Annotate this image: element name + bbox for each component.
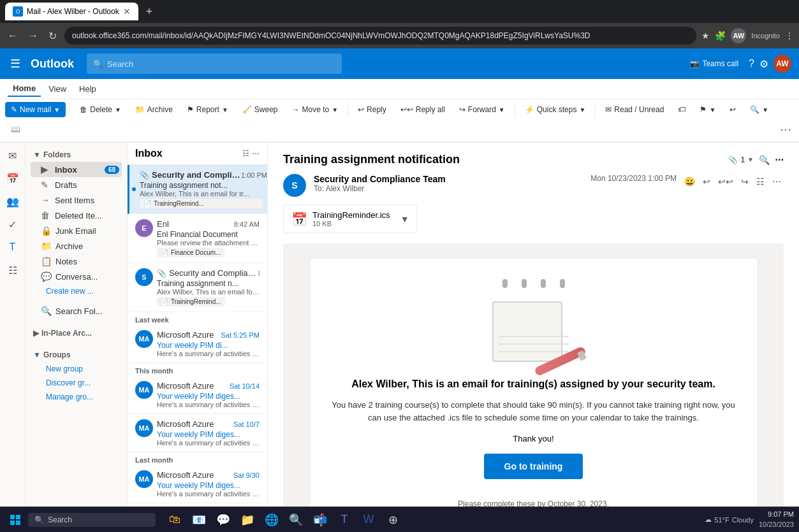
folders-section-header[interactable]: ▼ Folders [31,148,122,162]
forward-button[interactable]: → [26,27,41,44]
new-group-link[interactable]: New group [31,362,122,376]
sidebar-archive[interactable]: 📁 Archive [31,238,122,254]
message-more-icon[interactable]: ⋯ [775,155,784,165]
taskbar-word-icon[interactable]: W [357,508,380,531]
sidebar-junk[interactable]: 🔒 Junk Email [31,223,122,238]
profile-button[interactable]: AW [731,28,746,43]
refresh-button[interactable]: ↻ [46,27,59,45]
email-content-area[interactable]: Training assignment notification 📎 1 ▼ 🔍… [268,143,799,532]
attachment-card[interactable]: 📅 TrainingReminder.ics 10 KB ▼ [283,205,417,233]
taskbar-more-icon[interactable]: ⊕ [381,508,404,531]
undo-button[interactable]: ↩ [724,102,742,117]
start-button[interactable] [5,510,26,530]
email-item[interactable]: MA Microsoft Azure Sat 10/7 Your weekly … [128,414,267,452]
notebook-line [499,343,569,345]
settings-icon[interactable]: ⚙ [759,58,768,70]
sidebar-conversations[interactable]: 💬 Conversa... [31,269,122,284]
email-item[interactable]: E Enl 8:42 AM Enl Financial Document Ple… [128,214,267,263]
move-to-button[interactable]: → Move to ▼ [286,102,344,117]
taskbar-search-box[interactable]: 🔍 Search [28,513,156,527]
email-item[interactable]: S 📎 Security and Compliance T... 8:20 AM… [128,263,267,312]
tab-home[interactable]: Home [8,81,41,97]
immersive-reader-button[interactable]: 📖 [5,122,26,137]
flag-button[interactable]: ⚑ ▼ [694,102,721,117]
meta-forward-button[interactable]: ↪ [738,174,751,189]
taskbar-teams-icon[interactable]: T [333,508,356,531]
email-item[interactable]: MA Microsoft Azure Sat 10/14 Your weekly… [128,376,267,414]
archive-button[interactable]: 📁 Archive [129,102,179,117]
rail-people-button[interactable]: 👥 [3,191,23,212]
taskbar-mail-icon[interactable]: 📧 [187,508,210,531]
bookmark-icon[interactable]: ★ [701,31,710,41]
tab-title: Mail - Alex Wilber - Outlook [27,7,119,16]
create-new-link[interactable]: Create new ... [31,284,122,298]
teams-call-button[interactable]: 📷 Teams call [685,57,744,71]
reply-all-button[interactable]: ↩↩ Reply all [395,102,451,117]
email-items-scroll[interactable]: 📎 Security and Compliance Te... 1:00 PM … [128,165,267,532]
rail-apps-button[interactable]: ☷ [3,260,23,280]
email-item[interactable]: MA Microsoft Azure Sat 9/30 Your weekly … [128,465,267,503]
manage-groups-link[interactable]: Manage gro... [31,390,122,404]
new-mail-button[interactable]: ✎ New mail ▼ [5,102,66,117]
quick-steps-button[interactable]: ⚡ Quick steps ▼ [519,102,592,117]
url-bar[interactable] [64,27,696,45]
user-avatar[interactable]: AW [773,55,791,73]
taskbar-chat-icon[interactable]: 💬 [212,508,235,531]
email-item[interactable]: MA Microsoft Azure Sat 5:25 PM Your week… [128,325,267,363]
taskbar-outlook-icon[interactable]: 📬 [309,508,332,531]
sweep-button[interactable]: 🧹 Sweep [237,102,284,117]
taskbar-browser1-icon[interactable]: 🌐 [260,508,283,531]
tag-button[interactable]: 🏷 [672,102,691,117]
sidebar-search-folders[interactable]: 🔍 Search Fol... [31,303,122,319]
tab-close-button[interactable]: ✕ [123,6,131,17]
rail-teams-button[interactable]: T [3,237,23,257]
groups-section-header[interactable]: ▼ Groups [31,348,122,362]
menu-icon[interactable]: ⋮ [785,31,794,41]
read-unread-button[interactable]: ✉ Read / Unread [599,102,670,117]
attachment-dropdown-icon[interactable]: ▼ [747,156,754,163]
reply-button[interactable]: ↩ Reply [352,102,392,117]
extension-icon[interactable]: 🧩 [715,31,726,41]
sidebar-drafts[interactable]: ✎ Drafts [31,177,122,192]
browser-tab[interactable]: O Mail - Alex Wilber - Outlook ✕ [5,3,138,20]
windows-logo [10,515,20,525]
rail-tasks-button[interactable]: ✓ [3,214,23,234]
back-button[interactable]: ← [5,27,20,44]
sort-icon[interactable]: ⋯ [252,149,260,158]
meta-reply-all-button[interactable]: ↩↩ [715,174,736,189]
sidebar-notes[interactable]: 📋 Notes [31,254,122,269]
rail-mail-button[interactable]: ✉ [3,145,23,166]
new-tab-button[interactable]: + [141,5,158,18]
help-icon[interactable]: ? [749,58,754,69]
meta-more-button[interactable]: ⋯ [770,174,784,189]
in-place-archive-section[interactable]: ▶ In-Place Arc... [31,326,122,340]
rail-calendar-button[interactable]: 📅 [3,168,23,189]
meta-grid-button[interactable]: ☷ [754,174,767,189]
toolbar-more-button[interactable]: ⋯ [777,120,794,139]
hamburger-menu[interactable]: ☰ [8,54,23,73]
taskbar-file-icon[interactable]: 📁 [236,508,259,531]
taskbar-pinned-icons: 🛍 📧 💬 📁 🌐 🔍 📬 T W ⊕ [163,508,404,531]
forward-button[interactable]: ↪ Forward ▼ [453,102,511,117]
taskbar-search2-icon[interactable]: 🔍 [284,508,307,531]
tab-view[interactable]: View [43,82,71,96]
sidebar-inbox[interactable]: ▶ Inbox 68 [31,162,122,177]
filter-icon[interactable]: ☷ [242,149,249,158]
emoji-button[interactable]: 😀 [682,174,698,189]
zoom-button[interactable]: 🔍 ▼ [744,102,774,117]
message-search-icon[interactable]: 🔍 [759,155,770,165]
tab-help[interactable]: Help [74,82,101,96]
email-item[interactable]: 📎 Security and Compliance Te... 1:00 PM … [128,165,267,214]
new-mail-dropdown-icon[interactable]: ▼ [54,106,60,113]
delete-button[interactable]: 🗑 Delete ▼ [74,102,127,117]
discover-groups-link[interactable]: Discover gr... [31,376,122,390]
attachment-expand-icon[interactable]: ▼ [400,214,409,224]
sidebar-deleted[interactable]: 🗑 Deleted Ite... [31,208,122,223]
taskbar-store-icon[interactable]: 🛍 [163,508,186,531]
go-to-training-button[interactable]: Go to training [484,454,583,479]
sidebar-sent[interactable]: → Sent Items [31,192,122,208]
weather-widget[interactable]: ☁ 51°F Cloudy [705,515,754,524]
meta-reply-button[interactable]: ↩ [700,174,713,189]
search-input-box[interactable]: 🔍 Search [87,54,342,74]
report-button[interactable]: ⚑ Report ▼ [181,102,234,117]
